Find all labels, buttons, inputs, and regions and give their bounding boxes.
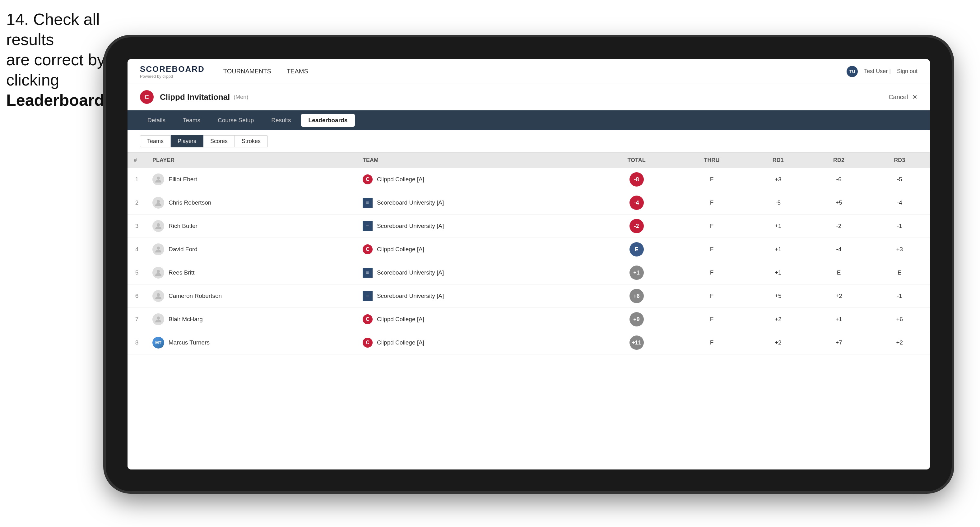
svg-point-3 (157, 223, 160, 226)
table-row: 5 Rees Britt☰Scoreboard University [A]+1… (127, 261, 930, 284)
cell-thru: F (676, 331, 748, 354)
player-avatar (153, 197, 164, 209)
filter-bar: Teams Players Scores Strokes (127, 130, 930, 152)
cell-rd1: -5 (748, 191, 808, 214)
col-player: PLAYER (146, 152, 356, 168)
player-avatar (153, 173, 164, 185)
tournament-subtitle: (Men) (234, 94, 248, 100)
cell-rank: 8 (127, 331, 146, 354)
cell-thru: F (676, 238, 748, 261)
tab-leaderboards[interactable]: Leaderboards (301, 114, 355, 127)
team-logo-clippd: C (363, 314, 372, 324)
svg-point-2 (157, 200, 160, 203)
cell-rd2: -2 (808, 214, 869, 238)
cell-total: -2 (597, 214, 676, 238)
cell-team: CClippd College [A] (356, 238, 597, 261)
cell-rd3: -1 (869, 214, 930, 238)
table-row: 2 Chris Robertson☰Scoreboard University … (127, 191, 930, 214)
tab-bar: Details Teams Course Setup Results Leade… (127, 110, 930, 130)
cell-total: E (597, 238, 676, 261)
nav-right: TU Test User | Sign out (846, 66, 918, 77)
team-name: Clippd College [A] (377, 246, 424, 253)
player-name: Rees Britt (169, 269, 194, 276)
col-rank: # (127, 152, 146, 168)
svg-point-5 (157, 270, 160, 273)
table-row: 6 Cameron Robertson☰Scoreboard Universit… (127, 284, 930, 308)
tab-results[interactable]: Results (264, 114, 298, 127)
col-total: TOTAL (597, 152, 676, 168)
player-name: Marcus Turners (169, 339, 210, 346)
filter-players[interactable]: Players (171, 135, 204, 148)
cell-team: CClippd College [A] (356, 168, 597, 191)
cell-rd3: E (869, 261, 930, 284)
team-logo-scoreboard: ☰ (363, 291, 372, 301)
nav-teams[interactable]: TEAMS (287, 67, 308, 76)
col-thru: THRU (676, 152, 748, 168)
team-logo-scoreboard: ☰ (363, 198, 372, 208)
cell-rd1: +3 (748, 168, 808, 191)
top-nav: SCOREBOARD Powered by clippd TOURNAMENTS… (127, 59, 930, 84)
cell-player: Blair McHarg (146, 308, 356, 331)
tablet-frame: SCOREBOARD Powered by clippd TOURNAMENTS… (106, 37, 952, 491)
team-name: Clippd College [A] (377, 176, 424, 183)
team-logo-clippd: C (363, 244, 372, 254)
player-name: Cameron Robertson (169, 292, 222, 299)
player-avatar (153, 243, 164, 255)
cell-total: +9 (597, 308, 676, 331)
tablet-screen: SCOREBOARD Powered by clippd TOURNAMENTS… (127, 59, 930, 470)
player-avatar (153, 220, 164, 232)
cell-rd3: -4 (869, 191, 930, 214)
cell-rd2: +2 (808, 284, 869, 308)
player-name: Elliot Ebert (169, 176, 197, 183)
col-rd2: RD2 (808, 152, 869, 168)
sign-out-link[interactable]: Sign out (897, 68, 918, 75)
tab-course-setup[interactable]: Course Setup (210, 114, 261, 127)
cell-player: MTMarcus Turners (146, 331, 356, 354)
team-logo-clippd: C (363, 338, 372, 348)
cell-thru: F (676, 214, 748, 238)
cell-rd2: +5 (808, 191, 869, 214)
tournament-logo: C (140, 90, 154, 104)
logo-sub: Powered by clippd (140, 74, 205, 79)
table-row: 4 David FordCClippd College [A]EF+1-4+3 (127, 238, 930, 261)
team-name: Clippd College [A] (377, 339, 424, 346)
cell-total: +1 (597, 261, 676, 284)
tab-teams[interactable]: Teams (175, 114, 208, 127)
player-name: David Ford (169, 246, 197, 253)
col-rd1: RD1 (748, 152, 808, 168)
leaderboard-table: # PLAYER TEAM TOTAL THRU RD1 RD2 RD3 1 E… (127, 152, 930, 470)
tab-details[interactable]: Details (140, 114, 173, 127)
cell-thru: F (676, 284, 748, 308)
player-name: Rich Butler (169, 222, 197, 229)
cancel-button[interactable]: Cancel ✕ (889, 93, 918, 101)
cell-team: ☰Scoreboard University [A] (356, 284, 597, 308)
player-name: Chris Robertson (169, 199, 211, 206)
cell-rd1: +5 (748, 284, 808, 308)
cell-team: CClippd College [A] (356, 308, 597, 331)
table-row: 7 Blair McHargCClippd College [A]+9F+2+1… (127, 308, 930, 331)
cell-player: Cameron Robertson (146, 284, 356, 308)
cell-player: Elliot Ebert (146, 168, 356, 191)
cell-team: ☰Scoreboard University [A] (356, 214, 597, 238)
table-row: 3 Rich Butler☰Scoreboard University [A]-… (127, 214, 930, 238)
cell-player: Rich Butler (146, 214, 356, 238)
nav-tournaments[interactable]: TOURNAMENTS (223, 67, 271, 76)
filter-scores[interactable]: Scores (204, 135, 235, 148)
filter-strokes[interactable]: Strokes (235, 135, 268, 148)
cell-team: CClippd College [A] (356, 331, 597, 354)
team-logo-scoreboard: ☰ (363, 221, 372, 231)
filter-teams[interactable]: Teams (140, 135, 171, 148)
cell-rank: 4 (127, 238, 146, 261)
player-avatar (153, 313, 164, 325)
user-avatar: TU (846, 66, 858, 77)
cell-thru: F (676, 168, 748, 191)
cell-rd2: -4 (808, 238, 869, 261)
tournament-header: C Clippd Invitational (Men) Cancel ✕ (127, 84, 930, 110)
cell-rd2: +1 (808, 308, 869, 331)
cell-rd1: +1 (748, 214, 808, 238)
cell-rd2: +7 (808, 331, 869, 354)
cell-player: David Ford (146, 238, 356, 261)
instruction-line1: 14. Check all results (6, 10, 100, 49)
tournament-title: Clippd Invitational (160, 92, 230, 102)
team-name: Scoreboard University [A] (377, 222, 444, 229)
